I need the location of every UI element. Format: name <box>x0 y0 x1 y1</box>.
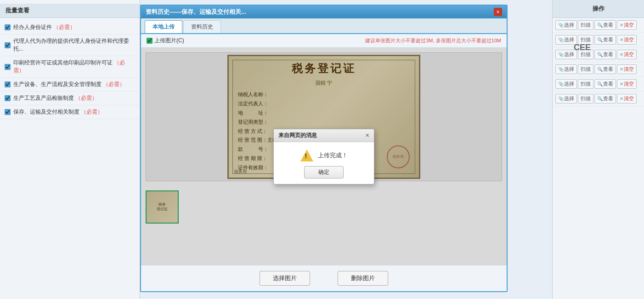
checklist-checkbox-1[interactable] <box>5 24 11 30</box>
delete-image-button[interactable]: 删除图片 <box>338 271 388 286</box>
clear-btn-1[interactable]: ✕ 清空 <box>617 20 637 30</box>
action-row-4: 📎 选择 扫描 🔍 查看 ✕ 清空 <box>553 62 644 77</box>
checklist-checkbox-3[interactable] <box>5 64 11 70</box>
action-row-2: 📎 选择 扫描 🔍 查看 ✕ 清空 <box>553 33 644 47</box>
scan-btn-1[interactable]: 扫描 <box>578 20 593 30</box>
right-panel-header: 操作 <box>553 0 644 18</box>
dialog-content: 税务登记证 国税 宁 纳税人名称： 法定代表人： 地 址： 登记用类型： 经 营… <box>141 48 507 265</box>
alert-message-text: 上传完成！ <box>318 151 348 160</box>
right-panel: 操作 📎 选择 扫描 🔍 查看 ✕ 清空 📎 选择 扫描 🔍 查看 <box>552 0 644 299</box>
view-btn-5[interactable]: 🔍 查看 <box>594 79 616 89</box>
view-btn-6[interactable]: 🔍 查看 <box>594 94 616 104</box>
select-btn-6[interactable]: 📎 选择 <box>555 94 577 104</box>
clear-btn-4[interactable]: ✕ 清空 <box>617 64 637 74</box>
checklist-checkbox-2[interactable] <box>5 42 11 48</box>
checklist-item-3[interactable]: 印刷经营许可证或其他印刷品印制许可证 （必需） <box>0 56 140 78</box>
scan-btn-4[interactable]: 扫描 <box>578 64 593 74</box>
view-btn-2[interactable]: 🔍 查看 <box>594 35 616 45</box>
view-btn-4[interactable]: 🔍 查看 <box>594 64 616 74</box>
dialog-titlebar: 资料历史——保存、运输及交付相关... × <box>141 6 507 18</box>
action-row-1: 📎 选择 扫描 🔍 查看 ✕ 清空 <box>553 18 644 33</box>
tab-data-history[interactable]: 资料历史 <box>183 20 221 33</box>
dialog-tabs: 本地上传 资料历史 <box>141 18 507 34</box>
alert-ok-button[interactable]: 确定 <box>304 166 344 178</box>
alert-dialog: 来自网页的消息 × 上传完成！ 确定 <box>273 129 374 184</box>
upload-checkbox-label[interactable]: 上传图片(C) <box>147 37 184 45</box>
dialog-window: 资料历史——保存、运输及交付相关... × 本地上传 资料历史 上传图片(C) … <box>140 5 508 292</box>
checklist-item-4[interactable]: 生产设备、生产流程及安全管理制度 （必需） <box>0 78 140 92</box>
checklist-label-6: 保存、运输及交付相关制度 （必需） <box>13 108 103 116</box>
select-btn-1[interactable]: 📎 选择 <box>555 20 577 30</box>
checklist-label-3: 印刷经营许可证或其他印刷品印制许可证 （必需） <box>13 59 135 75</box>
alert-title-text: 来自网页的消息 <box>278 132 317 139</box>
left-panel-title: 批量查看 <box>0 4 140 18</box>
checklist-item-6[interactable]: 保存、运输及交付相关制度 （必需） <box>0 105 140 119</box>
panel-title-text: 批量查看 <box>6 7 29 14</box>
alert-body: 上传完成！ 确定 <box>274 142 374 184</box>
upload-checkbox[interactable] <box>147 38 153 44</box>
checklist-label-2: 代理人代为办理的提供代理人身份证件和代理委托... <box>13 37 135 53</box>
clear-btn-3[interactable]: ✕ 清空 <box>617 50 637 59</box>
alert-message-row: 上传完成！ <box>300 150 348 161</box>
select-image-button[interactable]: 选择图片 <box>260 271 310 286</box>
checklist-label-4: 生产设备、生产流程及安全管理制度 （必需） <box>13 80 125 88</box>
alert-titlebar: 来自网页的消息 × <box>274 129 374 142</box>
upload-bar: 上传图片(C) 建议单张图片大小不要超过3M, 多张图片总大小不要超过10M <box>141 34 507 48</box>
checklist-checkbox-4[interactable] <box>5 81 11 87</box>
checklist-item-2[interactable]: 代理人代为办理的提供代理人身份证件和代理委托... <box>0 34 140 56</box>
operations-header-text: 操作 <box>593 5 604 12</box>
left-panel: 批量查看 经办人身份证件 （必需） 代理人代为办理的提供代理人身份证件和代理委托… <box>0 0 140 299</box>
checklist-item-5[interactable]: 生产工艺及产品检验制度 （必需） <box>0 92 140 105</box>
dialog-title: 资料历史——保存、运输及交付相关... <box>146 8 246 16</box>
alert-close-button[interactable]: × <box>366 132 369 138</box>
scan-btn-5[interactable]: 扫描 <box>578 79 593 89</box>
alert-overlay: 来自网页的消息 × 上传完成！ 确定 <box>141 48 507 265</box>
view-btn-3[interactable]: 🔍 查看 <box>594 50 616 59</box>
clear-btn-6[interactable]: ✕ 清空 <box>617 94 637 104</box>
scan-btn-6[interactable]: 扫描 <box>578 94 593 104</box>
upload-hint: 建议单张图片大小不要超过3M, 多张图片总大小不要超过10M <box>365 37 501 44</box>
checklist-item-1[interactable]: 经办人身份证件 （必需） <box>0 21 140 34</box>
cee-label: CEE <box>574 43 591 52</box>
select-btn-5[interactable]: 📎 选择 <box>555 79 577 89</box>
tab-local-upload[interactable]: 本地上传 <box>145 20 182 33</box>
warning-icon <box>300 150 313 161</box>
dialog-footer: 选择图片 删除图片 <box>141 265 507 291</box>
dialog-close-button[interactable]: × <box>494 8 502 16</box>
clear-btn-2[interactable]: ✕ 清空 <box>617 35 637 45</box>
view-btn-1[interactable]: 🔍 查看 <box>594 20 616 30</box>
checklist-checkbox-5[interactable] <box>5 95 11 101</box>
clear-btn-5[interactable]: ✕ 清空 <box>617 79 637 89</box>
checklist-label-1: 经办人身份证件 （必需） <box>13 23 75 31</box>
action-row-3: 📎 选择 扫描 🔍 查看 ✕ 清空 <box>553 47 644 62</box>
action-row-5: 📎 选择 扫描 🔍 查看 ✕ 清空 <box>553 77 644 92</box>
checklist-label-5: 生产工艺及产品检验制度 （必需） <box>13 94 97 102</box>
action-row-6: 📎 选择 扫描 🔍 查看 ✕ 清空 <box>553 92 644 106</box>
checklist-checkbox-6[interactable] <box>5 109 11 115</box>
select-btn-4[interactable]: 📎 选择 <box>555 64 577 74</box>
